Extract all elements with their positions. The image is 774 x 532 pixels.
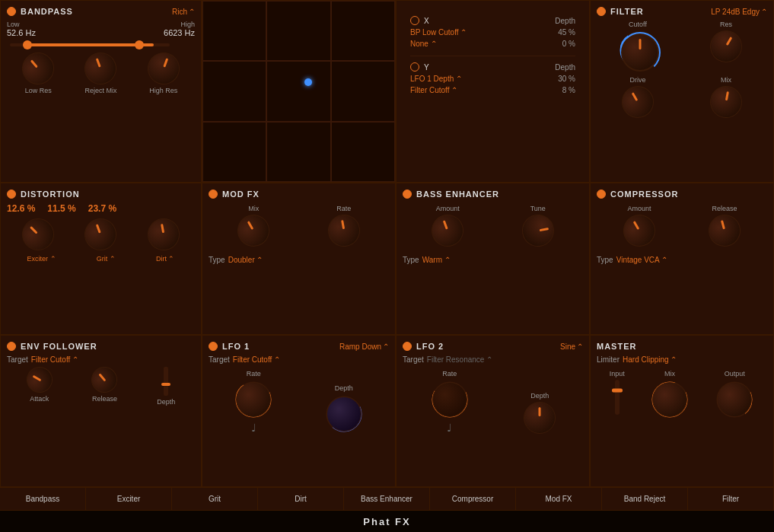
env-attack-label: Attack: [30, 395, 49, 403]
dist-type2[interactable]: Grit ⌃: [97, 255, 116, 263]
master-output-knob[interactable]: [717, 382, 752, 417]
tab-mod-fx[interactable]: Mod FX: [516, 488, 602, 510]
lfo2-target-value[interactable]: Filter Resonance ⌃: [427, 355, 492, 364]
low-res-knob[interactable]: [16, 46, 61, 91]
xy-y-power[interactable]: [410, 62, 419, 72]
bass-amount-knob[interactable]: [427, 210, 468, 251]
xy-x-power[interactable]: [410, 16, 419, 25]
modfx-type-value[interactable]: Doubler ⌃: [228, 256, 263, 264]
xy-x-param2[interactable]: None ⌃: [410, 40, 437, 48]
modfx-rate-knob[interactable]: [325, 212, 362, 250]
lfo1-power[interactable]: [209, 342, 218, 351]
lfo1-header: LFO 1 Ramp Down ⌃: [209, 342, 389, 351]
tab-bass-enhancer[interactable]: Bass Enhancer: [344, 488, 430, 510]
master-mix-knob[interactable]: [652, 382, 687, 417]
lfo1-rate-knob[interactable]: [236, 382, 271, 417]
env-release-label: Release: [92, 395, 117, 403]
xy-dot[interactable]: [304, 78, 312, 86]
xy-pad-panel[interactable]: [202, 0, 396, 183]
env-title: ENV FOLLOWER: [21, 342, 97, 351]
dist-dirt-knob[interactable]: [145, 216, 182, 253]
xy-pad[interactable]: [202, 1, 395, 182]
env-depth-label: Depth: [157, 398, 175, 406]
distortion-panel: DISTORTION 12.6 % 11.5 % 23.7 % Exciter …: [0, 183, 202, 335]
lfo1-target-value[interactable]: Filter Cutoff ⌃: [233, 355, 280, 364]
env-attack-knob[interactable]: [22, 362, 57, 397]
bass-power[interactable]: [403, 190, 412, 199]
bandpass-header: BANDPASS Rich ⌃: [7, 7, 195, 16]
reject-mix-label: Reject Mix: [84, 87, 116, 94]
bandpass-power[interactable]: [7, 7, 16, 16]
master-input-label: Input: [610, 370, 625, 377]
lfo1-depth-knob[interactable]: [326, 397, 362, 432]
comp-release-knob[interactable]: [705, 211, 744, 250]
lfo2-target-row: Target Filter Resonance ⌃: [403, 355, 583, 364]
high-res-knob[interactable]: [143, 48, 184, 89]
lfo2-power[interactable]: [403, 342, 412, 351]
reject-mix-knob[interactable]: [81, 48, 122, 89]
master-limiter-value[interactable]: Hard Clipping ⌃: [623, 355, 677, 364]
xy-y-param1[interactable]: LFO 1 Depth ⌃: [410, 75, 462, 83]
bp-range: Low 52.6 Hz High 6623 Hz: [7, 21, 195, 37]
lfo2-depth-knob[interactable]: [524, 402, 556, 434]
master-input-slider[interactable]: [615, 380, 620, 415]
filter-panel: FILTER LP 24dB Edgy ⌃ Cutoff: [590, 0, 774, 183]
comp-knobs: Amount Release: [597, 205, 767, 247]
env-knobs: Attack Release Depth: [7, 367, 195, 406]
comp-type-value[interactable]: Vintage VCA ⌃: [616, 256, 667, 264]
filter-subtitle[interactable]: LP 24dB Edgy ⌃: [711, 8, 767, 16]
distortion-power[interactable]: [7, 190, 16, 199]
tab-grit[interactable]: Grit: [172, 488, 258, 510]
lfo1-wave[interactable]: Ramp Down ⌃: [339, 342, 389, 351]
panels-area: BANDPASS Rich ⌃ Low 52.6 Hz High 6623 Hz: [0, 0, 774, 487]
tab-bandpass[interactable]: Bandpass: [0, 488, 86, 510]
comp-header: COMPRESSOR: [597, 190, 767, 199]
tab-exciter[interactable]: Exciter: [86, 488, 172, 510]
reject-mix-knob-container: Reject Mix: [84, 53, 116, 94]
bass-type-label: Type: [403, 256, 419, 264]
env-target-value[interactable]: Filter Cutoff ⌃: [31, 355, 78, 364]
tab-filter[interactable]: Filter: [688, 488, 774, 510]
modfx-mix-knob[interactable]: [232, 209, 276, 252]
lfo1-title: LFO 1: [222, 342, 250, 351]
bass-tune-knob[interactable]: [519, 212, 556, 250]
xy-y-param2-value: 8 %: [562, 86, 575, 94]
filter-cutoff-knob[interactable]: [618, 30, 658, 70]
dist-exciter-knob[interactable]: [15, 212, 60, 256]
bass-amount-label: Amount: [436, 205, 460, 212]
bp-slider[interactable]: [7, 43, 195, 46]
tab-compressor[interactable]: Compressor: [430, 488, 516, 510]
filter-res-knob[interactable]: [704, 24, 747, 68]
master-output-label: Output: [725, 370, 745, 377]
tab-band-reject[interactable]: Band Reject: [602, 488, 688, 510]
env-power[interactable]: [7, 342, 16, 351]
xy-x-param1[interactable]: BP Low Cutoff ⌃: [410, 28, 467, 37]
env-target-label: Target: [7, 355, 28, 364]
bass-type-value[interactable]: Warm ⌃: [422, 256, 451, 264]
tab-dirt[interactable]: Dirt: [258, 488, 344, 510]
filter-mix-knob[interactable]: [708, 84, 745, 121]
filter-power[interactable]: [597, 7, 606, 16]
modfx-power[interactable]: [209, 190, 218, 199]
master-limiter-row: Limiter Hard Clipping ⌃: [597, 355, 767, 364]
comp-amount-knob[interactable]: [617, 209, 661, 252]
filter-drive-knob[interactable]: [616, 80, 659, 123]
dist-type3[interactable]: Dirt ⌃: [156, 255, 175, 263]
dist-values: 12.6 % 11.5 % 23.7 %: [7, 203, 195, 214]
main-container: BANDPASS Rich ⌃ Low 52.6 Hz High 6623 Hz: [0, 0, 774, 532]
lfo2-header: LFO 2 Sine ⌃: [403, 342, 583, 351]
lfo2-rate-label: Rate: [442, 370, 457, 377]
lfo1-note-icon: ♩: [251, 422, 256, 434]
lfo2-wave[interactable]: Sine ⌃: [560, 342, 583, 351]
dist-grit-knob[interactable]: [81, 214, 122, 255]
dist-val1: 12.6 %: [7, 203, 35, 214]
env-release-knob[interactable]: [87, 362, 123, 398]
dist-type1[interactable]: Exciter ⌃: [27, 255, 56, 263]
comp-power[interactable]: [597, 190, 606, 199]
env-depth-slider[interactable]: [164, 367, 168, 396]
lfo2-target-label: Target: [403, 355, 424, 364]
bandpass-subtitle[interactable]: Rich ⌃: [172, 8, 195, 16]
xy-y-param2[interactable]: Filter Cutoff ⌃: [410, 86, 457, 94]
lfo1-panel: LFO 1 Ramp Down ⌃ Target Filter Cutoff ⌃…: [202, 335, 396, 487]
lfo2-rate-knob[interactable]: [432, 382, 467, 417]
